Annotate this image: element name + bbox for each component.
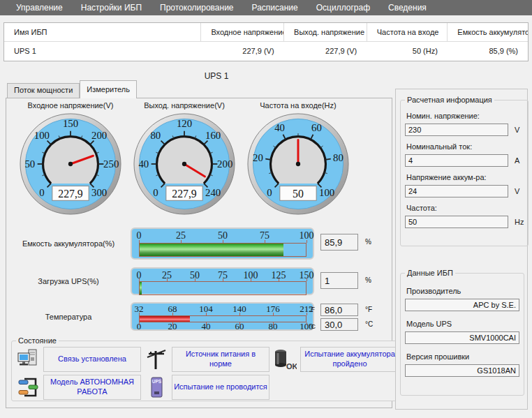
gauge-output-voltage: Выход. напряжение(V)04080120160200240227… [133,101,236,218]
gauge-input-voltage-title: Входное напряжение(V) [28,101,114,110]
svg-text:300: 300 [91,187,107,198]
bar-scale-tick [273,313,274,315]
gauge-input-voltage-dial: 050100150200250300227,9 [19,112,122,218]
table-cell: 50 (Hz) [367,42,448,61]
menu-item-6[interactable]: Сведения [379,0,436,15]
meter-battery-capacity-label: Емкость аккумулятора(%) [6,227,131,260]
bar-scale-number: 25 [176,231,186,240]
gauge-output-voltage-dial: 04080120160200240227,9 [133,112,236,218]
ups-data-value-2[interactable]: SMV1000CAI [405,331,519,344]
battery-ok-icon: OK [273,347,297,372]
meter-temperature-unit: °C [365,320,373,328]
ups-data-fields: ПроизводительAPC by S.E.Модель UPSSMV100… [405,287,519,377]
table-header-cell: Выход. напряжение [284,23,367,42]
calc-field-label-2: Номинальный ток: [406,142,524,151]
bar-scale-tick [139,240,140,243]
calc-field-row-1: 230V [405,124,524,136]
meter-temperature-value: 86,0 [320,304,358,316]
status-label-1: Связь установлена [43,347,141,372]
ups-table-body: UPS 1227,9 (V)227,9 (V)50 (Hz)85,9 (%) [4,42,528,61]
bar-scale-number: 100 [300,231,314,240]
status-group-legend: Состояние [16,336,59,345]
svg-text:100: 100 [34,130,50,141]
computer-link-icon [16,347,40,372]
gauge-input-frequency-dial: 02040608010050 [246,112,350,218]
svg-text:160: 160 [205,130,221,141]
menu-item-3[interactable]: Протоколирование [151,0,243,15]
ups-data-group: Данные ИБП ПроизводительAPC by S.E.Модел… [400,269,524,396]
calc-field-row-3: 24V [405,185,524,197]
svg-text:200: 200 [91,130,107,141]
table-header-cell: Имя ИБП [4,23,201,42]
svg-text:200: 200 [217,158,232,170]
status-group: Состояние Связь установленаИсточник пита… [11,336,404,401]
status-label-4: Модель АВТОНОМНАЯ РАБОТА [43,375,141,400]
svg-text:OK: OK [286,362,297,371]
svg-text:120: 120 [177,118,192,129]
calc-field-input-2[interactable]: 4 [405,154,508,167]
svg-text:0: 0 [267,187,272,198]
calc-info-group: Расчетная информация Номин. напряжение:2… [400,96,529,246]
tab-power-flow[interactable]: Поток мощности [7,83,80,98]
svg-text:240: 240 [205,187,221,198]
svg-text:60: 60 [311,122,322,133]
gauge-input-frequency-title: Частота на входе(Hz) [260,101,336,110]
meter-ups-load: 0255075100125150 [131,267,314,295]
svg-text:80: 80 [333,152,343,163]
bar-scale-tick [306,322,307,325]
meter-temperature-track [139,315,306,322]
gauge-value: 50 [293,188,304,200]
svg-text:40: 40 [274,122,285,133]
status-label-3: Испытание аккумулятора пройдено [300,347,399,372]
gauge-dial: 02040608010050 [246,112,350,216]
scale-unit-celsius: °C [309,323,316,330]
meter-temperature-unit: °F [365,306,372,313]
ups-table-head: Имя ИБПВходное напряжениеВыход. напряжен… [4,23,528,42]
meter-ups-load-unit: % [365,276,371,284]
ups-monitor-window: УправлениеНастройки ИБППротоколированиеР… [0,0,532,418]
bar-scale-tick [265,240,265,243]
svg-text:100: 100 [319,187,334,198]
bar-scale-tick [139,322,140,325]
calc-field-input-4[interactable]: 50 [405,216,508,228]
table-header-cell: Входное напряжение [201,23,284,42]
menu-item-4[interactable]: Расписание [243,0,307,15]
table-row[interactable]: UPS 1227,9 (V)227,9 (V)50 (Hz)85,9 (%) [4,42,528,61]
calc-field-unit-2: A [515,156,519,165]
meter-battery-capacity-fill [140,244,283,256]
scale-unit-fahrenheit: °F [309,306,315,313]
calc-field-unit-4: Hz [515,218,524,226]
tab-meter[interactable]: Измеритель [80,80,137,98]
menu-item-5[interactable]: Осциллограф [307,0,379,15]
bar-scale-tick [139,278,140,281]
status-grid: Связь установленаИсточник питания в норм… [16,347,399,400]
meter-temperature-value: 30,0 [320,318,358,331]
bar-scale-tick [172,322,173,325]
bar-scale-tick [239,313,240,315]
standby-model-icon [16,375,40,400]
right-info-panel: Расчетная информация Номин. напряжение:2… [395,89,528,410]
meter-temperature-fill [140,316,190,322]
bar-scale-tick [206,313,207,315]
gauge-value: 227,9 [58,188,83,200]
status-label-2: Источник питания в норме [172,347,269,372]
menu-item-1[interactable]: Управление [7,0,72,15]
ups-data-label-2: Модель UPS [406,320,519,328]
calc-field-input-3[interactable]: 24 [405,185,508,197]
bar-scale-tick [167,278,168,281]
ups-device-icon: UPS [145,375,168,400]
ups-data-value-1[interactable]: APC by S.E. [405,299,519,311]
bar-scale-tick [306,313,307,315]
calc-field-input-1[interactable]: 230 [405,124,508,136]
meter-ups-load-track [139,281,306,295]
svg-text:150: 150 [63,118,78,129]
ups-data-value-3[interactable]: GS1018AN [405,364,519,377]
table-cell: UPS 1 [4,42,201,61]
bar-scale-tick [223,240,223,243]
meter-ups-load-label: Загрузка UPS(%) [6,267,131,295]
table-cell: 227,9 (V) [201,42,284,61]
calc-field-row-2: 4A [405,154,524,167]
bar-scale-tick [239,322,240,325]
menu-item-2[interactable]: Настройки ИБП [72,0,151,15]
svg-text:0: 0 [39,187,44,198]
